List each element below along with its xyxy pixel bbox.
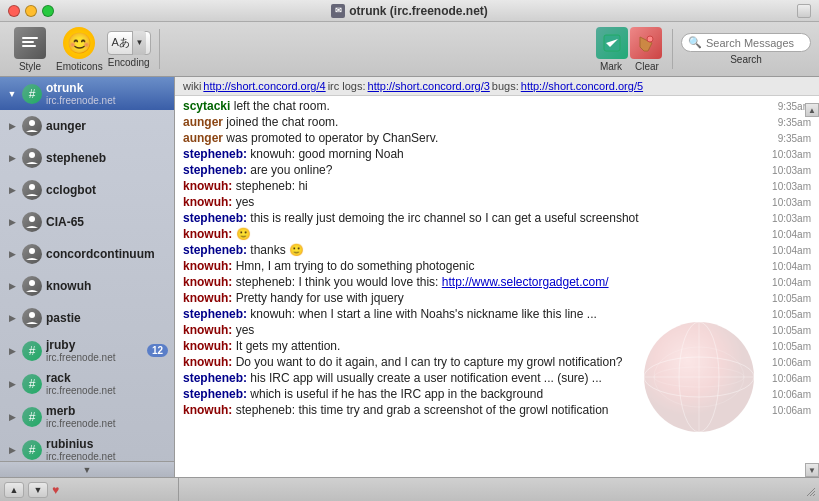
sidebar-item-icon: # — [22, 374, 42, 394]
sidebar-item-rack[interactable]: ▶#rackirc.freenode.net — [0, 367, 174, 400]
sidebar-item-name: merb — [46, 404, 168, 418]
chat-timestamp: 10:04am — [767, 245, 811, 256]
sidebar-scroll[interactable]: ▼#otrunkirc.freenode.net▶aunger▶stephene… — [0, 77, 174, 461]
sidebar-item-server: irc.freenode.net — [46, 385, 168, 396]
sidebar-item-aunger[interactable]: ▶aunger — [0, 110, 174, 142]
sidebar-item-name: jruby — [46, 338, 143, 352]
search-input-wrap[interactable]: 🔍 — [681, 33, 811, 52]
sidebar-item-info: rackirc.freenode.net — [46, 371, 168, 396]
chat-header-logs-link[interactable]: http://short.concord.org/3 — [368, 80, 490, 92]
chat-scroll-down-btn[interactable]: ▼ — [805, 463, 819, 477]
sidebar-item-info: CIA-65 — [46, 215, 168, 229]
scroll-up-btn[interactable]: ▲ — [4, 482, 24, 498]
search-input[interactable] — [706, 37, 804, 49]
chat-message: knowuh: Pretty handy for use with jquery… — [175, 290, 819, 306]
chat-timestamp: 10:06am — [767, 389, 811, 400]
chat-nick: stepheneb: — [183, 211, 247, 225]
chat-message: knowuh: stepheneb: hi10:03am — [175, 178, 819, 194]
sidebar-item-knowuh[interactable]: ▶knowuh — [0, 270, 174, 302]
search-box: 🔍 Search — [681, 33, 811, 65]
sidebar-item-icon — [22, 308, 42, 328]
resize-button[interactable] — [797, 4, 811, 18]
chat-scroll-up-btn[interactable]: ▲ — [805, 103, 819, 117]
chat-nick: aunger — [183, 131, 223, 145]
chat-header-wiki-label: wiki — [183, 80, 201, 92]
sidebar-item-arrow: ▼ — [6, 88, 18, 100]
sidebar-item-info: jrubyirc.freenode.net — [46, 338, 143, 363]
chat-message: stepheneb: his IRC app will usually crea… — [175, 370, 819, 386]
sidebar-item-icon: # — [22, 341, 42, 361]
chat-nick: knowuh: — [183, 339, 232, 353]
sidebar-scroll-down-btn[interactable]: ▼ — [0, 461, 174, 477]
chat-nick: stepheneb: — [183, 163, 247, 177]
chat-message-text: knowuh: stepheneb: I think you would lov… — [183, 275, 759, 289]
close-button[interactable] — [8, 5, 20, 17]
encoding-button[interactable]: Aあ ▼ Encoding — [107, 31, 151, 68]
sidebar-item-icon: # — [22, 440, 42, 460]
sidebar-item-CIA-65[interactable]: ▶CIA-65 — [0, 206, 174, 238]
chat-message: aunger joined the chat room.9:35am — [175, 114, 819, 130]
resize-handle[interactable] — [803, 484, 815, 496]
chat-message: stepheneb: knowuh: when I start a line w… — [175, 306, 819, 322]
sidebar-item-pastie[interactable]: ▶pastie — [0, 302, 174, 334]
chat-message-text: knowuh: Do you want to do it again, and … — [183, 355, 759, 369]
sidebar-item-name: knowuh — [46, 279, 168, 293]
clear-label: Clear — [630, 61, 664, 72]
chat-timestamp: 10:03am — [767, 149, 811, 160]
encoding-icon: Aあ ▼ — [107, 31, 151, 55]
chat-message: knowuh: It gets my attention.10:05am — [175, 338, 819, 354]
clear-button[interactable] — [630, 27, 662, 59]
sidebar-item-name: CIA-65 — [46, 215, 168, 229]
chat-nick: knowuh: — [183, 195, 232, 209]
chat-header-bugs-link[interactable]: http://short.concord.org/5 — [521, 80, 643, 92]
sidebar-item-info: otrunkirc.freenode.net — [46, 81, 168, 106]
svg-point-7 — [29, 152, 35, 158]
chat-message-text: stepheneb: his IRC app will usually crea… — [183, 371, 759, 385]
encoding-dropdown-arrow[interactable]: ▼ — [132, 31, 146, 55]
window-controls — [8, 5, 54, 17]
sidebar-item-arrow: ▶ — [6, 378, 18, 390]
sidebar-item-merb[interactable]: ▶#merbirc.freenode.net — [0, 400, 174, 433]
sidebar-item-info: cclogbot — [46, 183, 168, 197]
chat-nick: stepheneb: — [183, 307, 247, 321]
sidebar-item-arrow: ▶ — [6, 280, 18, 292]
bottom-bar: ▲ ▼ ♥ — [0, 477, 819, 501]
sidebar-item-rubinius[interactable]: ▶#rubiniusirc.freenode.net — [0, 433, 174, 461]
sidebar-item-icon — [22, 116, 42, 136]
mark-button[interactable] — [596, 27, 628, 59]
sidebar-item-info: stepheneb — [46, 151, 168, 165]
chat-header-wiki-link[interactable]: http://short.concord.org/4 — [203, 80, 325, 92]
sidebar-item-arrow: ▶ — [6, 216, 18, 228]
chat-message-text: aunger joined the chat room. — [183, 115, 759, 129]
chat-timestamp: 10:03am — [767, 213, 811, 224]
sidebar-item-cclogbot[interactable]: ▶cclogbot — [0, 174, 174, 206]
encoding-label: Encoding — [108, 57, 150, 68]
sidebar-item-otrunk[interactable]: ▼#otrunkirc.freenode.net — [0, 77, 174, 110]
titlebar: ✉ otrunk (irc.freenode.net) — [0, 0, 819, 22]
chat-timestamp: 10:04am — [767, 277, 811, 288]
chat-timestamp: 10:05am — [767, 325, 811, 336]
svg-rect-1 — [22, 41, 34, 43]
chat-nick: scytacki — [183, 99, 230, 113]
scroll-down-btn[interactable]: ▼ — [28, 482, 48, 498]
chat-link[interactable]: http://www.selectorgadget.com/ — [442, 275, 609, 289]
sidebar-item-stepheneb[interactable]: ▶stepheneb — [0, 142, 174, 174]
chat-nick: stepheneb: — [183, 387, 247, 401]
sidebar-item-server: irc.freenode.net — [46, 451, 168, 461]
sidebar-item-name: stepheneb — [46, 151, 168, 165]
style-button[interactable]: Style — [8, 27, 52, 72]
maximize-button[interactable] — [42, 5, 54, 17]
svg-point-6 — [29, 120, 35, 126]
minimize-button[interactable] — [25, 5, 37, 17]
chat-message: stepheneb: thanks 🙂10:04am — [175, 242, 819, 258]
svg-point-12 — [29, 312, 35, 318]
svg-point-5 — [647, 36, 653, 42]
chat-message-text: knowuh: yes — [183, 323, 759, 337]
sidebar-item-concordcontinuum[interactable]: ▶concordcontinuum — [0, 238, 174, 270]
chat-message-text: knowuh: It gets my attention. — [183, 339, 759, 353]
sidebar-item-jruby[interactable]: ▶#jrubyirc.freenode.net12 — [0, 334, 174, 367]
chat-messages-scroll[interactable]: scytacki left the chat room.9:35amaunger… — [175, 96, 819, 477]
emoticons-button[interactable]: 😊 Emoticons — [56, 27, 103, 72]
sidebar-item-info: merbirc.freenode.net — [46, 404, 168, 429]
emoticons-icon: 😊 — [63, 27, 95, 59]
